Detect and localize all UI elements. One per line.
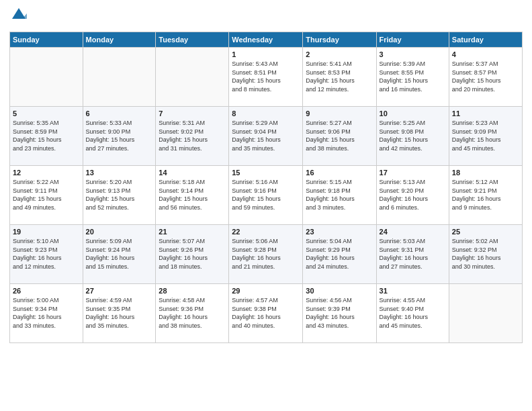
day-content: Sunrise: 4:55 AM Sunset: 9:40 PM Dayligh… xyxy=(380,296,446,330)
calendar-cell: 15Sunrise: 5:16 AM Sunset: 9:16 PM Dayli… xyxy=(229,166,303,225)
calendar-week-row: 1Sunrise: 5:43 AM Sunset: 8:51 PM Daylig… xyxy=(10,48,523,107)
day-number: 24 xyxy=(380,228,446,236)
day-number: 30 xyxy=(306,287,373,295)
day-number: 26 xyxy=(13,287,80,295)
day-content: Sunrise: 5:03 AM Sunset: 9:31 PM Dayligh… xyxy=(380,237,446,271)
day-content: Sunrise: 5:43 AM Sunset: 8:51 PM Dayligh… xyxy=(232,60,300,93)
day-number: 5 xyxy=(13,109,80,118)
calendar-cell: 2Sunrise: 5:41 AM Sunset: 8:53 PM Daylig… xyxy=(303,48,376,107)
day-content: Sunrise: 5:41 AM Sunset: 8:53 PM Dayligh… xyxy=(306,60,373,93)
svg-marker-0 xyxy=(12,8,26,19)
calendar-cell: 31Sunrise: 4:55 AM Sunset: 9:40 PM Dayli… xyxy=(376,284,449,343)
calendar-cell: 29Sunrise: 4:57 AM Sunset: 9:38 PM Dayli… xyxy=(229,284,303,343)
calendar-cell: 24Sunrise: 5:03 AM Sunset: 9:31 PM Dayli… xyxy=(376,225,449,284)
calendar-cell xyxy=(83,48,156,107)
day-number: 20 xyxy=(86,228,153,236)
calendar-cell: 22Sunrise: 5:06 AM Sunset: 9:28 PM Dayli… xyxy=(229,225,303,284)
day-content: Sunrise: 5:10 AM Sunset: 9:23 PM Dayligh… xyxy=(13,237,80,271)
day-content: Sunrise: 5:37 AM Sunset: 8:57 PM Dayligh… xyxy=(452,60,519,93)
day-number: 10 xyxy=(380,109,446,118)
day-content: Sunrise: 5:18 AM Sunset: 9:14 PM Dayligh… xyxy=(159,178,226,212)
day-number: 4 xyxy=(452,50,519,58)
day-number: 12 xyxy=(13,169,80,177)
day-content: Sunrise: 4:58 AM Sunset: 9:36 PM Dayligh… xyxy=(159,296,226,330)
day-content: Sunrise: 5:00 AM Sunset: 9:34 PM Dayligh… xyxy=(13,296,80,330)
calendar-cell: 25Sunrise: 5:02 AM Sunset: 9:32 PM Dayli… xyxy=(449,225,522,284)
day-content: Sunrise: 5:31 AM Sunset: 9:02 PM Dayligh… xyxy=(159,119,226,152)
day-content: Sunrise: 5:16 AM Sunset: 9:16 PM Dayligh… xyxy=(232,178,300,212)
day-of-week-header: Saturday xyxy=(449,32,522,48)
day-number: 13 xyxy=(86,169,153,177)
calendar-header-row: SundayMondayTuesdayWednesdayThursdayFrid… xyxy=(10,32,523,48)
day-content: Sunrise: 5:33 AM Sunset: 9:00 PM Dayligh… xyxy=(86,119,153,152)
day-content: Sunrise: 5:22 AM Sunset: 9:11 PM Dayligh… xyxy=(13,178,80,212)
day-content: Sunrise: 5:02 AM Sunset: 9:32 PM Dayligh… xyxy=(452,237,519,271)
day-of-week-header: Monday xyxy=(83,32,156,48)
day-of-week-header: Friday xyxy=(376,32,449,48)
day-content: Sunrise: 5:39 AM Sunset: 8:55 PM Dayligh… xyxy=(380,60,446,93)
day-content: Sunrise: 5:35 AM Sunset: 8:59 PM Dayligh… xyxy=(13,119,80,152)
calendar-cell: 11Sunrise: 5:23 AM Sunset: 9:09 PM Dayli… xyxy=(449,107,522,166)
calendar-cell: 16Sunrise: 5:15 AM Sunset: 9:18 PM Dayli… xyxy=(303,166,376,225)
calendar-cell xyxy=(156,48,229,107)
day-content: Sunrise: 5:06 AM Sunset: 9:28 PM Dayligh… xyxy=(232,237,300,271)
logo xyxy=(9,7,27,26)
calendar-cell: 10Sunrise: 5:25 AM Sunset: 9:08 PM Dayli… xyxy=(376,107,449,166)
day-of-week-header: Thursday xyxy=(303,32,376,48)
calendar-cell: 5Sunrise: 5:35 AM Sunset: 8:59 PM Daylig… xyxy=(10,107,83,166)
calendar-cell: 9Sunrise: 5:27 AM Sunset: 9:06 PM Daylig… xyxy=(303,107,376,166)
day-of-week-header: Wednesday xyxy=(229,32,303,48)
calendar-week-row: 19Sunrise: 5:10 AM Sunset: 9:23 PM Dayli… xyxy=(10,225,523,284)
day-content: Sunrise: 5:25 AM Sunset: 9:08 PM Dayligh… xyxy=(380,119,446,152)
day-content: Sunrise: 5:20 AM Sunset: 9:13 PM Dayligh… xyxy=(86,178,153,212)
day-number: 3 xyxy=(380,50,446,58)
day-content: Sunrise: 5:29 AM Sunset: 9:04 PM Dayligh… xyxy=(232,119,300,152)
day-number: 17 xyxy=(380,169,446,177)
day-number: 11 xyxy=(452,109,519,118)
day-content: Sunrise: 5:04 AM Sunset: 9:29 PM Dayligh… xyxy=(306,237,373,271)
day-content: Sunrise: 5:23 AM Sunset: 9:09 PM Dayligh… xyxy=(452,119,519,152)
calendar-week-row: 5Sunrise: 5:35 AM Sunset: 8:59 PM Daylig… xyxy=(10,107,523,166)
calendar-cell: 14Sunrise: 5:18 AM Sunset: 9:14 PM Dayli… xyxy=(156,166,229,225)
day-number: 23 xyxy=(306,228,373,236)
calendar-cell: 1Sunrise: 5:43 AM Sunset: 8:51 PM Daylig… xyxy=(229,48,303,107)
header xyxy=(9,7,523,26)
calendar-cell: 26Sunrise: 5:00 AM Sunset: 9:34 PM Dayli… xyxy=(10,284,83,343)
calendar-week-row: 26Sunrise: 5:00 AM Sunset: 9:34 PM Dayli… xyxy=(10,284,523,343)
calendar-cell: 28Sunrise: 4:58 AM Sunset: 9:36 PM Dayli… xyxy=(156,284,229,343)
day-number: 31 xyxy=(380,287,446,295)
day-number: 19 xyxy=(13,228,80,236)
calendar-cell: 27Sunrise: 4:59 AM Sunset: 9:35 PM Dayli… xyxy=(83,284,156,343)
calendar-cell: 3Sunrise: 5:39 AM Sunset: 8:55 PM Daylig… xyxy=(376,48,449,107)
day-of-week-header: Sunday xyxy=(10,32,83,48)
calendar-cell xyxy=(449,284,522,343)
calendar-cell: 7Sunrise: 5:31 AM Sunset: 9:02 PM Daylig… xyxy=(156,107,229,166)
calendar-cell: 18Sunrise: 5:12 AM Sunset: 9:21 PM Dayli… xyxy=(449,166,522,225)
day-content: Sunrise: 5:13 AM Sunset: 9:20 PM Dayligh… xyxy=(380,178,446,212)
day-content: Sunrise: 5:15 AM Sunset: 9:18 PM Dayligh… xyxy=(306,178,373,212)
day-number: 14 xyxy=(159,169,226,177)
calendar-cell: 19Sunrise: 5:10 AM Sunset: 9:23 PM Dayli… xyxy=(10,225,83,284)
day-number: 29 xyxy=(232,287,300,295)
day-number: 22 xyxy=(232,228,300,236)
day-number: 16 xyxy=(306,169,373,177)
day-content: Sunrise: 5:12 AM Sunset: 9:21 PM Dayligh… xyxy=(452,178,519,212)
day-number: 25 xyxy=(452,228,519,236)
day-number: 21 xyxy=(159,228,226,236)
calendar-cell: 12Sunrise: 5:22 AM Sunset: 9:11 PM Dayli… xyxy=(10,166,83,225)
day-number: 6 xyxy=(86,109,153,118)
calendar-cell: 23Sunrise: 5:04 AM Sunset: 9:29 PM Dayli… xyxy=(303,225,376,284)
calendar-cell: 20Sunrise: 5:09 AM Sunset: 9:24 PM Dayli… xyxy=(83,225,156,284)
day-number: 27 xyxy=(86,287,153,295)
day-number: 1 xyxy=(232,50,300,58)
day-number: 9 xyxy=(306,109,373,118)
day-content: Sunrise: 5:07 AM Sunset: 9:26 PM Dayligh… xyxy=(159,237,226,271)
day-content: Sunrise: 5:09 AM Sunset: 9:24 PM Dayligh… xyxy=(86,237,153,271)
day-number: 2 xyxy=(306,50,373,58)
day-number: 8 xyxy=(232,109,300,118)
calendar-cell: 30Sunrise: 4:56 AM Sunset: 9:39 PM Dayli… xyxy=(303,284,376,343)
day-of-week-header: Tuesday xyxy=(156,32,229,48)
day-number: 28 xyxy=(159,287,226,295)
calendar-cell: 17Sunrise: 5:13 AM Sunset: 9:20 PM Dayli… xyxy=(376,166,449,225)
day-number: 18 xyxy=(452,169,519,177)
